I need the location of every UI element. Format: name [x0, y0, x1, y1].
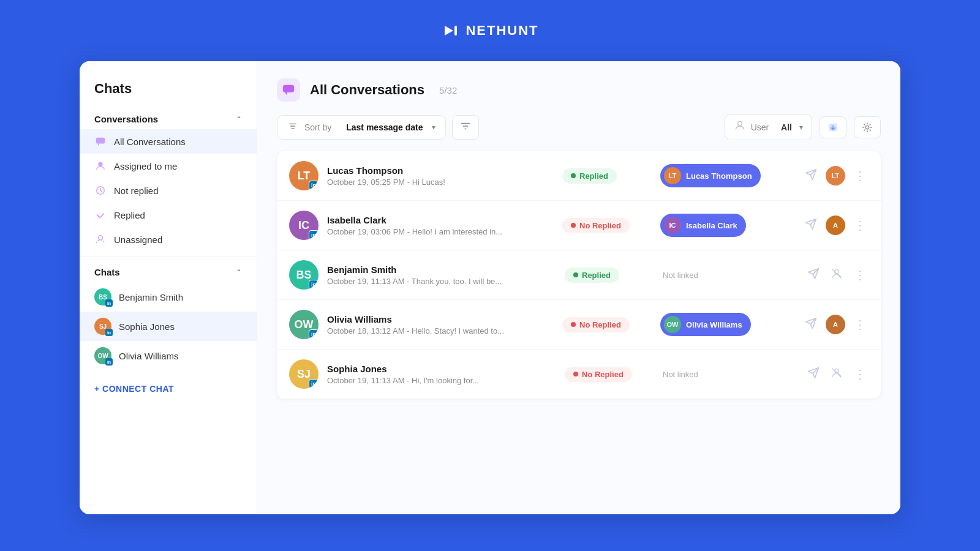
content-header: All Conversations 5/32	[277, 78, 881, 102]
assigned-avatar-isabella: IC	[664, 217, 681, 234]
conversation-count: 5/32	[439, 85, 457, 96]
unassigned-icon	[94, 233, 107, 246]
benjamin-actions: ⋮	[805, 265, 869, 285]
svg-marker-8	[285, 92, 288, 96]
table-row[interactable]: LT in Lucas Thompson October 19, 05:25 P…	[277, 151, 881, 201]
more-menu-icon[interactable]: ⋮	[851, 166, 869, 186]
assigned-badge-lucas: LT Lucas Thompson	[660, 164, 761, 187]
svg-marker-3	[98, 144, 100, 146]
svg-point-11	[865, 126, 869, 129]
toolbar-right: User All ▾	[725, 114, 881, 140]
no-agent-icon	[828, 364, 845, 384]
all-conversations-label: All Conversations	[114, 137, 186, 147]
user-filter-dropdown-icon: ▾	[799, 123, 803, 132]
sophia-info: Sophia Jones October 19, 11:13 AM - Hi, …	[327, 364, 565, 385]
isabella-preview: October 19, 03:06 PM - Hello! I am inter…	[327, 227, 548, 236]
send-icon[interactable]	[805, 265, 822, 285]
top-bar: NETHUNT	[0, 0, 980, 61]
assigned-name-isabella: Isabella Clark	[686, 221, 737, 230]
page-title: All Conversations	[310, 82, 424, 98]
filter-button[interactable]	[452, 115, 479, 140]
no-replied-badge-olivia: No Replied	[562, 317, 630, 332]
table-row[interactable]: SJ in Sophia Jones October 19, 11:13 AM …	[277, 350, 881, 399]
sidebar-item-chat-sophia[interactable]: SJ in Sophia Jones	[80, 312, 257, 341]
replied-badge: Replied	[562, 168, 617, 184]
conversations-list: LT in Lucas Thompson October 19, 05:25 P…	[277, 151, 881, 399]
svg-point-4	[98, 162, 102, 167]
sort-value: Last message date	[346, 122, 423, 132]
sort-control[interactable]: Sort by Last message date ▾	[277, 115, 446, 140]
sidebar-item-assigned-to-me[interactable]: Assigned to me	[80, 154, 257, 178]
benjamin-avatar-conv: BS in	[289, 260, 318, 290]
lucas-actions: LT ⋮	[802, 166, 869, 186]
clock-icon	[94, 184, 107, 197]
chats-nav: BS in Benjamin Smith SJ in Sophia Jones …	[80, 282, 257, 370]
user-filter[interactable]: User All ▾	[725, 114, 812, 140]
assigned-badge-olivia: OW Olivia Williams	[660, 313, 751, 336]
linkedin-badge-isabella: in	[309, 230, 318, 240]
send-icon[interactable]	[802, 315, 820, 335]
sidebar-item-all-conversations[interactable]: All Conversations	[80, 129, 257, 154]
assigned-name-olivia: Olivia Williams	[686, 320, 742, 329]
status-label: Replied	[582, 271, 611, 280]
linkedin-badge-benjamin-conv: in	[309, 280, 318, 290]
lucas-assigned: LT Lucas Thompson	[660, 164, 795, 187]
no-replied-badge-isabella: No Replied	[562, 218, 630, 233]
sidebar-item-not-replied[interactable]: Not replied	[80, 178, 257, 203]
chats-section-label: Chats	[94, 267, 120, 277]
sidebar-section-conversations[interactable]: Conversations ⌃	[80, 109, 257, 129]
sophia-actions: ⋮	[805, 364, 869, 384]
replied-label: Replied	[114, 210, 145, 220]
more-menu-icon[interactable]: ⋮	[851, 265, 869, 285]
isabella-status: No Replied	[562, 218, 648, 233]
send-icon[interactable]	[802, 216, 820, 236]
table-row[interactable]: BS in Benjamin Smith October 19, 11:13 A…	[277, 250, 881, 300]
sophia-status: No Replied	[565, 367, 650, 382]
status-label: No Replied	[579, 221, 621, 230]
send-icon[interactable]	[805, 364, 822, 384]
lucas-info: Lucas Thompson October 19, 05:25 PM - Hi…	[327, 165, 562, 187]
assigned-to-me-label: Assigned to me	[114, 161, 177, 171]
assigned-badge-isabella: IC Isabella Clark	[660, 214, 746, 237]
table-row[interactable]: IC in Isabella Clark October 19, 03:06 P…	[277, 201, 881, 250]
chats-chevron-icon: ⌃	[236, 268, 242, 277]
sidebar-section-chats[interactable]: Chats ⌃	[80, 262, 257, 282]
isabella-avatar: IC in	[289, 211, 318, 240]
no-agent-icon	[828, 265, 845, 285]
benjamin-status: Replied	[565, 268, 650, 283]
svg-point-9	[737, 121, 742, 126]
send-icon[interactable]	[802, 166, 820, 186]
assigned-name-lucas: Lucas Thompson	[686, 171, 752, 181]
sidebar-title: Chats	[80, 81, 257, 109]
agent-avatar-lucas: LT	[826, 166, 845, 186]
sidebar-item-chat-benjamin[interactable]: BS in Benjamin Smith	[80, 282, 257, 312]
more-menu-icon[interactable]: ⋮	[851, 216, 869, 235]
conversations-nav: All Conversations Assigned to me Not rep…	[80, 129, 257, 252]
sidebar-item-replied[interactable]: Replied	[80, 203, 257, 227]
svg-point-6	[98, 236, 102, 240]
sophia-avatar-conv: SJ in	[289, 359, 318, 389]
main-container: Chats Conversations ⌃ All Conversations …	[80, 61, 900, 514]
table-row[interactable]: OW in Olivia Williams October 18, 13:12 …	[277, 300, 881, 350]
sidebar-item-chat-olivia[interactable]: OW in Olivia Williams	[80, 341, 257, 370]
sidebar-item-unassigned[interactable]: Unassigned	[80, 227, 257, 252]
linkedin-badge-olivia-conv: in	[309, 329, 318, 339]
download-button[interactable]	[820, 116, 846, 138]
connect-chat-button[interactable]: + CONNECT CHAT	[80, 375, 257, 402]
more-menu-icon[interactable]: ⋮	[851, 364, 869, 384]
chat-bubble-nav-icon	[94, 135, 107, 148]
agent-avatar-isabella: A	[826, 216, 845, 235]
benjamin-name: Benjamin Smith	[327, 264, 565, 275]
sidebar-divider	[80, 257, 257, 257]
main-content: All Conversations 5/32 Sort by Last mess…	[257, 61, 900, 514]
olivia-chat-label: Olivia Williams	[119, 351, 179, 361]
olivia-avatar: OW in	[94, 347, 111, 364]
more-menu-icon[interactable]: ⋮	[851, 315, 869, 334]
svg-line-13	[832, 269, 842, 278]
sort-icon	[287, 121, 298, 134]
lucas-status: Replied	[562, 168, 648, 184]
linkedin-badge-olivia: in	[105, 358, 113, 365]
benjamin-preview: October 19, 11:13 AM - Thank you, too. I…	[327, 277, 548, 286]
sophia-assigned: Not linked	[663, 370, 797, 379]
settings-button[interactable]	[854, 116, 881, 138]
